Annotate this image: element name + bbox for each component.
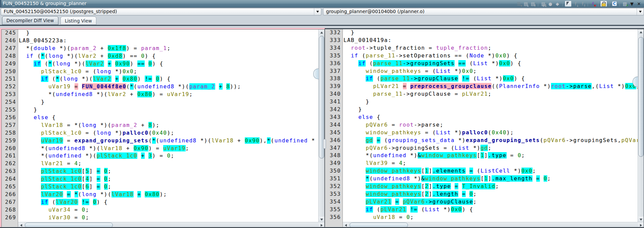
vertical-scrollbar-thumb[interactable]	[638, 37, 644, 157]
code-line[interactable]: window_pathkeys[1].elements = (ListCell …	[343, 167, 536, 175]
code-line[interactable]: if (*(long *)(lVar2 + 0x90) == 0) {	[19, 60, 163, 67]
vertical-scrollbar[interactable]	[638, 29, 644, 222]
code-line[interactable]: root->tuple_fraction = tuple_fraction;	[343, 44, 492, 52]
code-line[interactable]: if (lVar20 != 0) {	[19, 198, 108, 206]
code-line[interactable]: if (*(long *)(lVar2 + 0x80) != 0) {	[19, 75, 171, 83]
cursor-tool-icon[interactable]	[565, 1, 571, 7]
line-number: 250	[5, 67, 16, 75]
code-line[interactable]: *(undefined *)(plStack_1c0 + 3) = 0;	[19, 152, 175, 159]
chevron-down-icon[interactable]	[637, 8, 644, 15]
code-line[interactable]: if (pLVar21 != (List *)0x0) {	[343, 206, 473, 213]
function-up-icon[interactable]: f↑	[580, 1, 586, 7]
line-number: 333	[330, 36, 341, 44]
code-line[interactable]: }	[343, 105, 362, 113]
code-line[interactable]: plStack_1c0[4] = 0;	[19, 175, 111, 183]
lock-icon[interactable]	[600, 1, 607, 7]
code-line[interactable]: else {	[19, 113, 56, 121]
code-line[interactable]: LAB_0045223a:	[19, 37, 67, 44]
line-number: 332	[330, 29, 341, 36]
code-line[interactable]: if (*(long *)(lVar2 + 0xd8) == 0) {	[19, 52, 156, 60]
code-line[interactable]: plStack_1c0 = (long *)palloc0(0x40);	[19, 129, 174, 137]
code-line[interactable]: lVar18 = *(long *)(param_2 + 8);	[19, 121, 159, 129]
line-number: 262	[5, 159, 16, 167]
code-line[interactable]: if (parse_11->setOperations == (Node *)0…	[343, 52, 518, 59]
line-number: 247	[5, 44, 16, 52]
chevron-down-icon[interactable]	[314, 8, 321, 15]
code-line[interactable]: window_pathkeys[2].type = T_Invalid;	[343, 182, 499, 190]
code-line[interactable]: }	[19, 98, 45, 106]
code-line[interactable]: lVar20 = *(long *)(lVar18 + 0x80);	[19, 190, 167, 198]
code-line[interactable]: plStack_1c0[6] = 0;	[19, 183, 111, 190]
tab-decompiler-diff-view[interactable]: Decompiler Diff View	[2, 16, 58, 25]
line-number: 249	[5, 60, 16, 67]
scroll-up-button[interactable]	[319, 30, 324, 35]
code-line[interactable]: }	[343, 29, 355, 36]
code-line[interactable]: LAB_0010419a:	[343, 36, 392, 44]
code-line[interactable]: gd = (grouping_sets_data *)expand_groupi…	[343, 136, 638, 144]
code-area-destination[interactable]: }LAB_0010419a: root->tuple_fraction = tu…	[343, 29, 638, 222]
code-line[interactable]: window_pathkeys = (List *)palloc0(0x40);	[343, 129, 514, 136]
code-line[interactable]: pQVar6 = root->parse;	[343, 121, 444, 129]
toolbar-separator	[609, 1, 609, 6]
circle-icon[interactable]: ●	[547, 1, 553, 7]
line-number: 265	[5, 183, 16, 190]
code-line[interactable]: iVar30 = 0;	[19, 214, 89, 221]
line-number: 261	[5, 152, 16, 159]
line-number: 246	[5, 37, 16, 44]
code-line[interactable]: parse_11->groupClause = pLVar21;	[343, 90, 492, 98]
code-line[interactable]: *(undefined8 *)(lVar18 + 0x90) = uVar19;	[19, 144, 189, 152]
line-number: 255	[5, 106, 16, 113]
menu-list-icon[interactable]: ☰▾	[516, 1, 522, 7]
code-line[interactable]: }	[19, 30, 30, 37]
split-divider-handle[interactable]	[323, 139, 326, 149]
code-line[interactable]: *(undefined *)&window_pathkeys[1].type =…	[343, 151, 525, 159]
line-number: 338	[330, 75, 341, 82]
close-icon[interactable]: ✕	[636, 1, 642, 7]
code-line[interactable]: if (parse_11->groupClause != (List *)0x0…	[343, 75, 525, 82]
code-line[interactable]: lVar21 = 4;	[19, 159, 82, 167]
line-number: 348	[330, 151, 341, 159]
code-line[interactable]: plStack_1c0 = (long *)0x0;	[19, 67, 137, 75]
code-line[interactable]: lVar39 = 4;	[343, 159, 407, 167]
line-number: 343	[330, 113, 341, 121]
scroll-down-button[interactable]	[638, 217, 644, 222]
line-number: 334	[330, 44, 341, 52]
code-line[interactable]: if (parse_11->groupingSets == (List *)0x…	[343, 59, 521, 67]
code-line[interactable]: uVar19 = FUN_0044f8e0(*(undefined8 *)(pa…	[19, 83, 241, 90]
code-line[interactable]: uVar18 = 0;	[343, 213, 414, 221]
function-down-icon[interactable]: f↓	[572, 1, 579, 7]
code-line[interactable]: else {	[343, 113, 380, 121]
scroll-down-button[interactable]	[319, 217, 324, 222]
code-line[interactable]: }	[19, 106, 37, 113]
comment-icon[interactable]: C	[611, 1, 617, 7]
code-line[interactable]: pLVar21 = pQVar6->groupClause;	[343, 198, 477, 206]
line-number: 268	[5, 206, 16, 214]
code-line[interactable]: *(undefined8 *)(lVar2 + 0x80) = uVar19;	[19, 90, 193, 98]
code-line[interactable]: *(undefined8 *)&window_pathkeys[1].max_l…	[343, 175, 551, 182]
tab-listing-view[interactable]: Listing View	[60, 16, 96, 25]
code-line[interactable]: uVar19 = expand_grouping_sets(*(undefine…	[19, 137, 315, 144]
scroll-up-button[interactable]	[638, 29, 644, 35]
code-line[interactable]: window_pathkeys = (List *)0x0;	[343, 67, 477, 75]
code-line[interactable]: uVar34 = 0;	[19, 206, 89, 214]
code-line[interactable]: *(double *)(param_2 + 0x1f8) = param_1;	[19, 44, 171, 52]
code-line[interactable]: window_pathkeys[2].length = 0;	[343, 190, 477, 198]
code-line[interactable]: pLVar21 = preprocess_groupclause((Planne…	[343, 82, 638, 90]
doc-pull-icon[interactable]: ▤↓	[523, 1, 529, 7]
code-line[interactable]: pQVar6->groupingSets = (List *)gd;	[343, 144, 492, 152]
line-number: 259	[5, 137, 16, 144]
line-number: 341	[330, 98, 341, 105]
binary-doc-icon[interactable]: ▤01	[540, 1, 546, 7]
destination-function-combo[interactable]: grouping_planner@001040b0 (/planner.o)	[323, 8, 644, 15]
dropdown-arrow-icon[interactable]: ▼	[629, 1, 635, 7]
diamond-icon[interactable]: ◆	[554, 1, 560, 7]
source-function-combo[interactable]: FUN_00452150@00452150 (/postgres_strippe…	[1, 8, 321, 15]
doc-push-icon[interactable]: ▤↑	[530, 1, 536, 7]
snapshot-icon[interactable]: ▤↗	[622, 1, 628, 7]
function-delete-icon[interactable]: f✖	[590, 1, 596, 7]
code-line[interactable]: plStack_1c0[5] = 0;	[19, 167, 111, 175]
vertical-scrollbar[interactable]	[318, 30, 324, 222]
line-number: 335	[330, 52, 341, 59]
code-line[interactable]: }	[343, 98, 369, 105]
code-area-source[interactable]: }LAB_0045223a: *(double *)(param_2 + 0x1…	[18, 30, 319, 222]
